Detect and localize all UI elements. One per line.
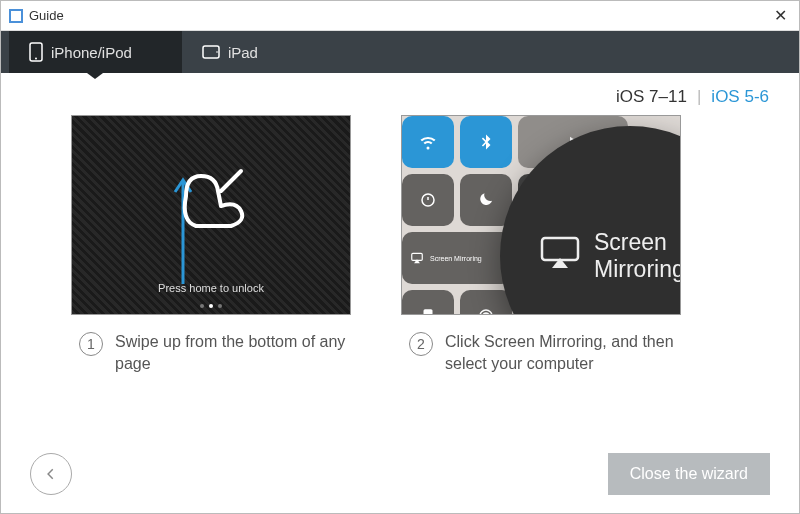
wifi-icon (402, 116, 454, 168)
close-wizard-button[interactable]: Close the wizard (608, 453, 770, 495)
screen-mirroring-tile: Screen Mirroring (402, 232, 512, 284)
tab-label: iPad (228, 44, 258, 61)
separator: | (697, 87, 701, 107)
ios-version-links: iOS 7–11 | iOS 5-6 (1, 73, 799, 115)
svg-rect-15 (424, 309, 433, 315)
tab-ipad[interactable]: iPad (182, 31, 308, 73)
lockscreen-text: Press home to unlock (72, 282, 350, 294)
step-1: Press home to unlock 1 Swipe up from the… (71, 115, 371, 374)
moon-icon (460, 174, 512, 226)
step-number-1: 1 (79, 332, 103, 356)
page-dots (72, 304, 350, 308)
bubble-label: Screen Mirroring (594, 229, 681, 283)
calculator-icon (402, 290, 454, 315)
tablet-icon (202, 45, 220, 59)
phone-icon (29, 42, 43, 62)
camera-icon (460, 290, 512, 315)
svg-point-3 (216, 51, 218, 53)
step-2-image: Screen Mirroring Screen Mirroring (401, 115, 681, 315)
bluetooth-icon (460, 116, 512, 168)
app-icon (9, 9, 23, 23)
svg-point-1 (35, 58, 37, 60)
back-button[interactable] (30, 453, 72, 495)
step-2: Screen Mirroring Screen Mirroring 2 Clic… (401, 115, 701, 374)
tab-label: iPhone/iPod (51, 44, 132, 61)
tab-iphone-ipod[interactable]: iPhone/iPod (9, 31, 182, 73)
window-close-button[interactable]: ✕ (770, 6, 791, 25)
hand-swipe-icon (166, 156, 256, 236)
step-1-text: Swipe up from the bottom of any page (115, 331, 371, 374)
link-ios-7-11[interactable]: iOS 7–11 (616, 87, 687, 107)
svg-point-17 (483, 313, 489, 315)
rotation-lock-icon (402, 174, 454, 226)
svg-rect-18 (542, 238, 578, 260)
device-tabbar: iPhone/iPod iPad (1, 31, 799, 73)
step-2-text: Click Screen Mirroring, and then select … (445, 331, 701, 374)
link-ios-5-6[interactable]: iOS 5-6 (711, 87, 769, 107)
airplay-icon (540, 236, 580, 276)
step-number-2: 2 (409, 332, 433, 356)
step-1-image: Press home to unlock (71, 115, 351, 315)
svg-rect-12 (412, 253, 423, 260)
window-title: Guide (29, 8, 64, 23)
